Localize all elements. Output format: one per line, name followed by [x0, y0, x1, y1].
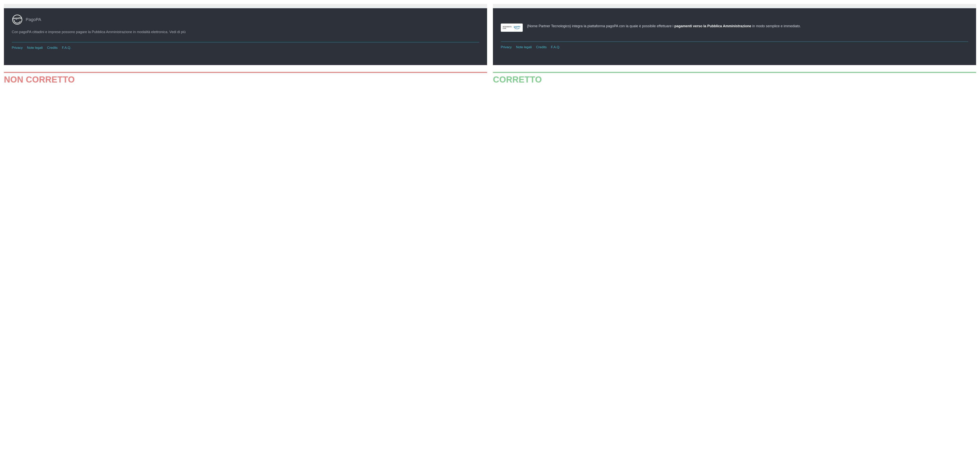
link-privacy[interactable]: Privacy [12, 46, 23, 50]
link-faq[interactable]: F.A.Q. [551, 45, 560, 49]
pagopa-logo-icon: pagoPA [12, 14, 23, 25]
integrated-row: INTEGRATO CON pagoPA {Nome Partner Tecno… [501, 24, 968, 32]
link-note-legali[interactable]: Note legali [27, 46, 43, 50]
comparison-container: pagoPA PagoPA Con pagoPA cittadini e imp… [4, 4, 976, 84]
footer-box-left: pagoPA PagoPA Con pagoPA cittadini e imp… [4, 8, 487, 65]
header-strip [4, 4, 487, 8]
desc-prefix: {Nome Partner Tecnologico} integra la pi… [527, 24, 674, 28]
verdict-bar-incorrect [4, 72, 487, 73]
link-credits[interactable]: Credits [536, 45, 547, 49]
description-text: Con pagoPA cittadini e imprese possono p… [12, 29, 386, 35]
link-credits[interactable]: Credits [47, 46, 57, 50]
link-privacy[interactable]: Privacy [501, 45, 512, 49]
desc-bold: pagamenti verso la Pubblica Amministrazi… [674, 24, 751, 28]
logo-row: pagoPA PagoPA [12, 14, 479, 25]
verdict-label-correct: CORRETTO [493, 75, 976, 84]
svg-marker-1 [13, 20, 15, 21]
logo-label: PagoPA [25, 17, 41, 22]
panel-correct: INTEGRATO CON pagoPA {Nome Partner Tecno… [493, 4, 976, 84]
footer-links: Privacy Note legali Credits F.A.Q. [12, 46, 479, 50]
badge-text-line2: CON [503, 28, 512, 29]
desc-suffix: in modo semplice e immediato. [751, 24, 801, 28]
header-strip [493, 4, 976, 8]
verdict-label-incorrect: NON CORRETTO [4, 75, 487, 84]
link-faq[interactable]: F.A.Q. [62, 46, 71, 50]
svg-text:pagoPA: pagoPA [514, 25, 520, 28]
divider [501, 41, 968, 42]
integrato-con-badge: INTEGRATO CON pagoPA [501, 24, 523, 32]
footer-links: Privacy Note legali Credits F.A.Q. [501, 45, 968, 49]
verdict-bar-correct [493, 72, 976, 73]
badge-text-line1: INTEGRATO [503, 26, 512, 28]
link-note-legali[interactable]: Note legali [516, 45, 532, 49]
footer-box-right: INTEGRATO CON pagoPA {Nome Partner Tecno… [493, 8, 976, 65]
description-text: {Nome Partner Tecnologico} integra la pi… [527, 24, 968, 29]
svg-text:pagoPA: pagoPA [13, 17, 22, 20]
badge-text: INTEGRATO CON [503, 26, 512, 29]
panel-incorrect: pagoPA PagoPA Con pagoPA cittadini e imp… [4, 4, 487, 84]
pagopa-badge-logo-icon: pagoPA [513, 25, 521, 30]
